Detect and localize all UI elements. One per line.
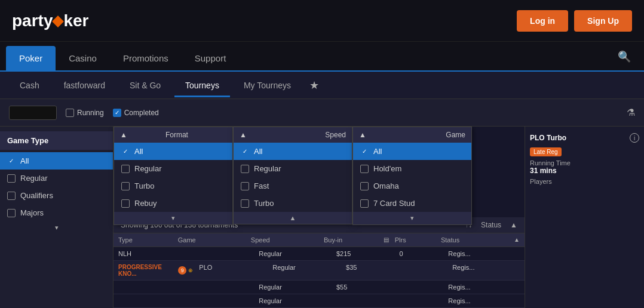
search-input[interactable]	[9, 106, 57, 120]
sub-nav-cash[interactable]: Cash	[9, 75, 50, 96]
row2-prog: PROGRESSIVE KNO...	[118, 264, 172, 277]
sub-nav: Cash fastforward Sit & Go Tourneys My To…	[0, 72, 644, 99]
nav-item-support[interactable]: Support	[182, 46, 240, 70]
game-holdem-label: Hold'em	[373, 164, 401, 173]
row4-status: Regis...	[448, 297, 520, 304]
game-type-panel: Game Type ✓ All Regular Qualifiers Major…	[0, 127, 114, 308]
game-all[interactable]: ✓ All	[353, 143, 471, 160]
format-dropdown: ▲ Format ✓ All Regular Turbo Rebuy ▾	[114, 127, 233, 225]
row3-status: Regis...	[448, 284, 520, 291]
filter-icon[interactable]: ⚗	[627, 107, 635, 118]
speed-fast-label: Fast	[254, 181, 269, 190]
content-area: Game Type ✓ All Regular Qualifiers Major…	[0, 127, 644, 308]
game-type-majors-label: Majors	[20, 208, 44, 217]
game-all-label: All	[373, 147, 382, 156]
signup-button[interactable]: Sign Up	[574, 10, 632, 32]
format-rebuy[interactable]: Rebuy	[114, 195, 232, 212]
game-type-qualifiers[interactable]: Qualifiers	[0, 187, 113, 204]
running-cb-box	[66, 109, 74, 117]
tourney-table: Showing 106 out of 138 tournaments ↑↓ St…	[114, 217, 525, 308]
format-regular[interactable]: Regular	[114, 160, 232, 177]
row2-game: PLO	[199, 264, 266, 277]
game-all-cb: ✓	[360, 147, 369, 156]
row4-type	[118, 297, 176, 304]
speed-turbo[interactable]: Turbo	[234, 195, 352, 212]
sub-nav-mytourneys[interactable]: My Tourneys	[233, 75, 302, 96]
search-icon[interactable]: 🔍	[611, 43, 638, 70]
row4-plrs	[400, 297, 443, 304]
speed-collapse[interactable]: ▲	[234, 212, 352, 224]
table-row[interactable]: Regular $55 Regis...	[114, 281, 525, 294]
completed-checkbox[interactable]: ✓ Completed	[113, 109, 159, 117]
row4-speed: Regular	[259, 297, 330, 304]
game-7card-cb	[360, 199, 369, 208]
row3-game	[182, 284, 253, 291]
row2-buyin: $35	[346, 264, 400, 277]
running-checkbox[interactable]: Running	[66, 109, 104, 117]
table-row[interactable]: Regular Regis...	[114, 294, 525, 308]
speed-header[interactable]: ▲ Speed	[234, 127, 352, 143]
main-nav: Poker Casino Promotions Support 🔍	[0, 42, 644, 72]
format-more[interactable]: ▾	[114, 212, 232, 224]
game-scroll[interactable]: ▾	[353, 212, 471, 224]
row4-buyin	[336, 297, 394, 304]
logo: partyker	[12, 11, 89, 30]
nav-item-promotions[interactable]: Promotions	[110, 46, 182, 70]
late-reg-badge: Late Reg	[530, 147, 562, 156]
game-type-regular[interactable]: Regular	[0, 170, 113, 187]
filter-bar: Running ✓ Completed ⚗	[0, 99, 644, 127]
format-header[interactable]: ▲ Format	[114, 127, 232, 143]
game-type-majors[interactable]: Majors	[0, 204, 113, 221]
login-button[interactable]: Log in	[517, 10, 568, 32]
qualifiers-cb	[7, 192, 16, 200]
status-arrow-header: ▲	[514, 236, 520, 244]
right-panel-title: PLO Turbo	[530, 131, 566, 144]
header-buttons: Log in Sign Up	[517, 10, 632, 32]
format-rebuy-cb	[121, 199, 130, 208]
speed-dropdown: ▲ Speed ✓ All Regular Fast Turbo ▲	[233, 127, 352, 224]
game-type-title: Game Type	[0, 131, 113, 150]
table-row[interactable]: PROGRESSIVE KNO... 9 ⊕ PLO Regular $35 R…	[114, 261, 525, 281]
running-time-label: Running Time	[530, 159, 639, 167]
game-type-qualifiers-label: Qualifiers	[20, 191, 53, 200]
speed-title: Speed	[325, 131, 346, 139]
sub-nav-tourneys[interactable]: Tourneys	[174, 75, 230, 96]
favorites-star[interactable]: ★	[305, 74, 324, 97]
game-type-regular-label: Regular	[20, 174, 48, 183]
status-col-header: Status	[481, 221, 501, 229]
speed-fast-cb	[241, 182, 249, 190]
game-type-more[interactable]: ▾	[0, 221, 113, 234]
game-header[interactable]: ▲ Game	[353, 127, 471, 143]
table-row[interactable]: NLH Regular $215 0 Regis...	[114, 247, 525, 261]
game-title: Game	[446, 131, 465, 139]
sub-nav-fastforward[interactable]: fastforward	[53, 75, 116, 96]
speed-all-label: All	[254, 147, 262, 156]
game-type-all-label: All	[20, 156, 29, 165]
sub-nav-sitgo[interactable]: Sit & Go	[119, 75, 171, 96]
game-dropdown: ▲ Game ✓ All Hold'em Omaha 7 Card Stud ▾	[352, 127, 472, 225]
game-type-all[interactable]: ✓ All	[0, 152, 113, 170]
row1-status: Regis...	[448, 250, 520, 257]
format-turbo[interactable]: Turbo	[114, 177, 232, 195]
game-holdem[interactable]: Hold'em	[353, 160, 471, 177]
speed-regular[interactable]: Regular	[234, 160, 352, 177]
game-7card[interactable]: 7 Card Stud	[353, 195, 471, 212]
speed-fast[interactable]: Fast	[234, 177, 352, 195]
format-expand-icon: ▲	[120, 131, 127, 139]
format-all-cb: ✓	[121, 147, 130, 156]
row2-status: Regis...	[452, 264, 520, 277]
prog-badge: 9	[178, 266, 186, 275]
nav-item-poker[interactable]: Poker	[6, 46, 56, 70]
game-omaha[interactable]: Omaha	[353, 177, 471, 195]
nav-item-casino[interactable]: Casino	[56, 46, 110, 70]
format-rebuy-label: Rebuy	[134, 199, 157, 208]
info-icon[interactable]: i	[630, 133, 639, 143]
running-label: Running	[77, 109, 104, 117]
format-all-label: All	[134, 147, 143, 156]
format-all[interactable]: ✓ All	[114, 143, 232, 160]
regular-cb	[7, 174, 16, 183]
row4-game	[182, 297, 253, 304]
col-status-header: Status	[441, 236, 508, 244]
speed-all[interactable]: ✓ All	[234, 143, 352, 160]
game-expand-icon: ▲	[359, 131, 366, 139]
